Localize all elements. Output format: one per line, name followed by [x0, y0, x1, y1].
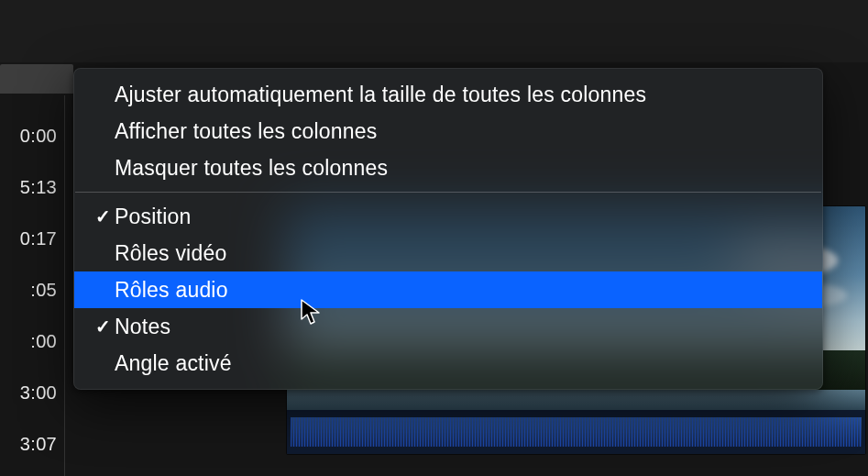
checkmark-icon: ✓ — [93, 315, 115, 338]
column-divider — [64, 95, 65, 476]
timecode-cell: 0:17 — [0, 213, 64, 264]
timecode-cell: 5:13 — [0, 161, 64, 213]
menu-item-label: Rôles vidéo — [115, 241, 804, 266]
timecode-cell: 0:00 — [0, 110, 64, 161]
menu-item-hide-all-columns[interactable]: Masquer toutes les colonnes — [74, 149, 822, 186]
menu-item-column-notes[interactable]: ✓ Notes — [74, 308, 822, 345]
timecode-cell: 3:07 — [0, 418, 64, 470]
menu-item-label: Afficher toutes les colonnes — [115, 119, 804, 144]
column-context-menu[interactable]: Ajuster automatiquement la taille de tou… — [73, 68, 823, 390]
checkmark-icon: ✓ — [93, 205, 115, 227]
menu-item-label: Rôles audio — [115, 278, 804, 303]
toolbar-background — [0, 0, 868, 62]
menu-item-label: Position — [115, 205, 804, 229]
menu-separator — [75, 192, 821, 193]
menu-item-show-all-columns[interactable]: Afficher toutes les colonnes — [74, 113, 822, 149]
menu-item-column-roles-video[interactable]: Rôles vidéo — [74, 235, 822, 271]
menu-item-auto-size-columns[interactable]: Ajuster automatiquement la taille de tou… — [74, 76, 822, 113]
menu-item-column-angle-active[interactable]: Angle activé — [74, 345, 822, 382]
menu-item-column-position[interactable]: ✓ Position — [74, 198, 822, 235]
menu-item-label: Masquer toutes les colonnes — [115, 156, 804, 181]
column-header-tab[interactable] — [0, 64, 73, 94]
clip-audio-waveform — [287, 410, 865, 454]
menu-item-label: Ajuster automatiquement la taille de tou… — [115, 83, 804, 107]
menu-item-label: Angle activé — [115, 351, 804, 376]
timecode-cell: :00 — [0, 315, 64, 367]
timecode-cell: 3:00 — [0, 367, 64, 418]
clip-thumbnail — [287, 390, 865, 410]
menu-item-label: Notes — [115, 315, 804, 339]
menu-item-column-roles-audio[interactable]: Rôles audio — [74, 271, 822, 308]
timecode-cell: :05 — [0, 264, 64, 315]
timecode-column: 0:00 5:13 0:17 :05 :00 3:00 3:07 — [0, 110, 64, 470]
